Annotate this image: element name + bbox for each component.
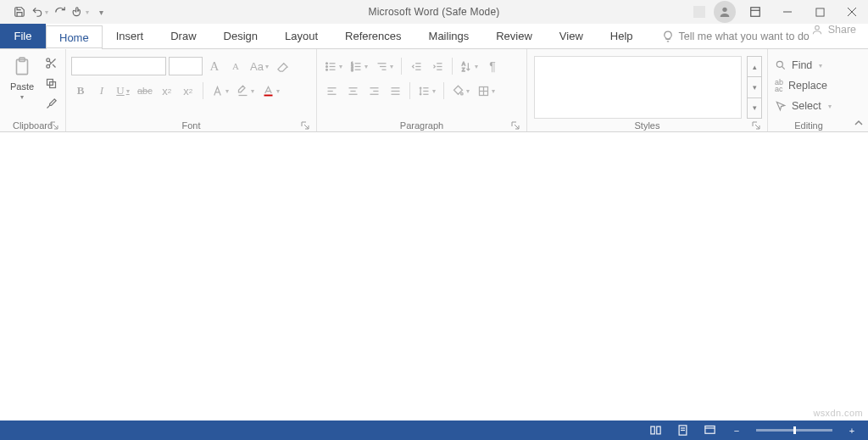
group-font: A A Aa B I U abc x2 x2 Font [66, 49, 317, 131]
strikethrough-button[interactable]: abc [135, 81, 155, 100]
align-center-button[interactable] [343, 81, 362, 100]
cut-button[interactable] [42, 54, 59, 71]
tab-draw[interactable]: Draw [157, 24, 209, 48]
styles-row-down[interactable]: ▾ [748, 77, 761, 97]
tab-insert[interactable]: Insert [103, 24, 158, 48]
zoom-slider[interactable] [756, 429, 832, 432]
styles-expand[interactable]: ▾ [748, 98, 761, 118]
svg-point-10 [46, 58, 49, 61]
sort-button[interactable]: AZ [458, 57, 481, 75]
paste-button[interactable]: Paste ▾ [5, 53, 39, 119]
svg-text:3: 3 [351, 67, 353, 71]
multilevel-list-button[interactable] [373, 57, 396, 75]
zoom-thumb[interactable] [793, 426, 796, 434]
shading-button[interactable] [449, 81, 472, 100]
styles-gallery[interactable] [534, 56, 742, 119]
tell-me-label: Tell me what you want to do [679, 31, 810, 42]
search-icon [775, 59, 787, 71]
clear-formatting-button[interactable] [274, 57, 292, 75]
dialog-launcher-icon[interactable] [752, 121, 760, 130]
dialog-launcher-icon[interactable] [50, 121, 58, 130]
format-painter-button[interactable] [42, 95, 59, 112]
document-area[interactable] [0, 132, 868, 421]
tell-me-search[interactable]: Tell me what you want to do [662, 24, 810, 48]
line-spacing-button[interactable] [415, 81, 438, 100]
numbering-icon: 123 [350, 60, 363, 73]
svg-point-11 [46, 64, 49, 68]
minimize-button[interactable] [771, 0, 804, 24]
redo-button[interactable] [51, 3, 70, 21]
italic-button[interactable]: I [92, 81, 111, 100]
svg-point-63 [776, 61, 782, 67]
tab-home[interactable]: Home [46, 25, 103, 49]
increase-indent-button[interactable] [428, 57, 447, 75]
collapse-ribbon-button[interactable] [849, 49, 868, 131]
replace-button[interactable]: abac Replace [773, 76, 839, 95]
bullets-button[interactable] [322, 57, 345, 75]
highlight-button[interactable] [234, 81, 257, 100]
group-clipboard: Paste ▾ Clipboard [0, 49, 66, 131]
shrink-font-button[interactable]: A [226, 57, 245, 75]
undo-button[interactable] [31, 3, 49, 21]
watermark-text: wsxdn.com [813, 408, 863, 418]
web-layout-button[interactable] [702, 423, 717, 438]
multilevel-icon [376, 60, 388, 73]
paragraph-label: Paragraph [400, 120, 443, 131]
superscript-button[interactable]: x2 [179, 81, 198, 100]
touch-mode-button[interactable] [71, 3, 90, 21]
svg-point-7 [815, 25, 819, 30]
print-layout-button[interactable] [675, 423, 690, 438]
tab-view[interactable]: View [546, 24, 597, 48]
font-size-combo[interactable] [169, 57, 203, 75]
decrease-indent-button[interactable] [407, 57, 426, 75]
bold-button[interactable]: B [71, 81, 90, 100]
clipboard-icon [11, 54, 33, 80]
tab-help[interactable]: Help [597, 24, 647, 48]
show-marks-button[interactable]: ¶ [483, 57, 502, 75]
eraser-icon [276, 60, 289, 73]
svg-text:Z: Z [462, 66, 465, 71]
tab-review[interactable]: Review [482, 24, 546, 48]
numbering-button[interactable]: 123 [348, 57, 370, 75]
underline-button[interactable]: U [114, 81, 132, 100]
account-avatar[interactable] [714, 1, 736, 23]
borders-button[interactable] [475, 81, 498, 100]
read-mode-button[interactable] [648, 423, 663, 438]
close-button[interactable] [836, 0, 868, 24]
dialog-launcher-icon[interactable] [301, 121, 309, 130]
change-case-button[interactable]: Aa [248, 57, 271, 75]
align-right-button[interactable] [364, 81, 383, 100]
tab-references[interactable]: References [331, 24, 415, 48]
zoom-out-button[interactable]: − [729, 423, 744, 438]
paint-bucket-icon [452, 85, 465, 97]
styles-row-up[interactable]: ▴ [748, 57, 761, 77]
highlighter-icon [236, 85, 249, 97]
align-left-button[interactable] [322, 81, 341, 100]
copy-button[interactable] [42, 75, 59, 92]
separator [443, 82, 444, 99]
align-right-icon [368, 85, 381, 97]
zoom-in-button[interactable]: + [844, 423, 860, 438]
quick-access-toolbar: ▾ [0, 3, 110, 21]
font-name-combo[interactable] [71, 57, 166, 75]
select-button[interactable]: Select [773, 97, 839, 115]
tab-mailings[interactable]: Mailings [415, 24, 483, 48]
maximize-button[interactable] [804, 0, 836, 24]
save-button[interactable] [10, 3, 29, 21]
justify-button[interactable] [386, 81, 404, 100]
tab-layout[interactable]: Layout [271, 24, 331, 48]
ribbon-display-button[interactable] [739, 0, 771, 24]
tab-design[interactable]: Design [210, 24, 271, 48]
subscript-button[interactable]: x2 [158, 81, 176, 100]
select-label: Select [792, 100, 821, 112]
share-button[interactable]: Share [811, 24, 856, 36]
replace-label: Replace [788, 80, 827, 92]
dialog-launcher-icon[interactable] [511, 121, 520, 130]
qat-customize-button[interactable]: ▾ [92, 3, 110, 21]
ribbon-tabs: File Home Insert Draw Design Layout Refe… [0, 24, 868, 49]
font-color-button[interactable] [259, 81, 282, 100]
tab-file[interactable]: File [0, 24, 46, 48]
grow-font-button[interactable]: A [205, 57, 224, 75]
find-button[interactable]: Find [773, 56, 839, 75]
text-effects-button[interactable] [209, 81, 231, 100]
